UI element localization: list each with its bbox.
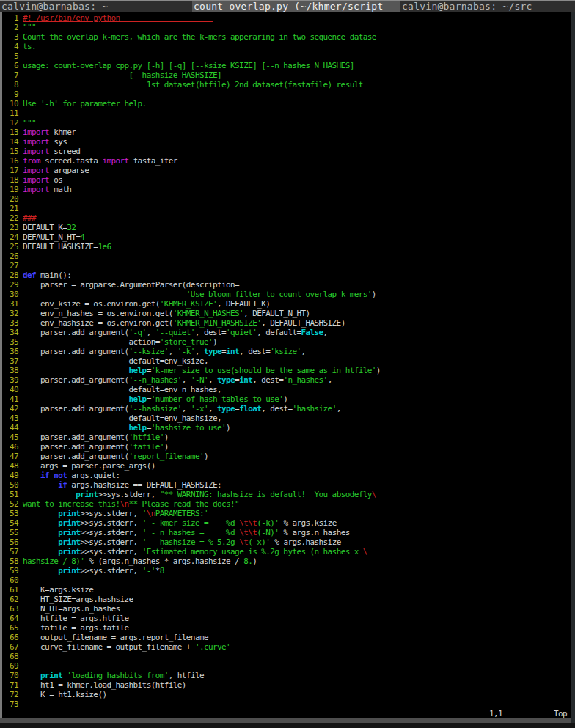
code-line: 35 action='store_true') [2,337,571,347]
line-number: 9 [5,89,18,99]
code-token [23,471,40,480]
code-token: 'htfile' [129,433,164,442]
code-token: , dest= [239,347,270,356]
code-line: 14import sys [2,137,571,147]
code-token: env_n_hashes = os.environ.get( [23,309,173,318]
code-token: 'loading hashbits from' [67,671,169,680]
code-token: ) [372,290,376,299]
code-token: % args.hashsize [270,537,340,547]
code-token: parser.add_argument( [23,452,129,461]
code-token: 1st_dataset(htfile) 2nd_dataset(fastafil… [23,80,363,89]
code-line: 68 [2,652,571,661]
line-number: 47 [5,452,18,461]
code-token: print [76,490,98,499]
code-line: 3Count the overlap k-mers, which are the… [2,32,571,42]
code-token: parser.add_argument( [23,328,129,337]
code-token: ) [283,394,288,404]
code-token: import [23,128,49,137]
code-token: from [23,156,40,166]
code-line: 56 print>>sys.stderr, ' - hashsize = %-5… [2,537,571,547]
tab-1-active[interactable]: count-overlap.py (~/khmer/script [192,1,400,12]
code-line: 54 print>>sys.stderr, ' - kmer size = %d… [2,518,571,528]
code-line: 61 K=args.ksize [2,585,571,595]
scroll-position-indicator: Top [554,709,567,718]
line-number: 32 [5,309,18,318]
code-token: ) [204,452,208,461]
code-token: sys [49,137,67,147]
tab-bar: calvin@barnabas: ~count-overlap.py (~/kh… [0,0,575,12]
code-token: , [208,404,217,413]
code-token: ts. [23,42,36,51]
code-line: 6usage: count-overlap_cpp.py [-h] [-q] [… [2,61,571,70]
code-token: , [301,347,305,356]
code-token [23,490,76,499]
code-token: int [226,347,239,356]
code-line: 69 [2,661,571,671]
line-number: 29 [5,280,18,290]
code-line: 21 [2,204,571,213]
code-token: 8 [160,566,164,576]
line-number: 36 [5,347,18,356]
code-token [23,366,129,375]
code-line: 38 help='k-mer size to use(should be the… [2,366,571,375]
code-token: '-x' [191,404,208,413]
code-token: , DEFAULT_K) [217,299,270,309]
vim-editor[interactable]: 1#! /usr/bin/env python 2"""3Count the o… [2,12,571,718]
code-token: fafile = args.fafile [23,623,129,633]
code-line: 29 parser = argparse.ArgumentParser(desc… [2,280,571,290]
code-token: >>sys.stderr, [80,528,142,537]
code-token [23,566,58,576]
code-token: htfile = args.htfile [23,614,129,623]
code-token: import [23,147,49,156]
window-scrollbar-right[interactable] [571,12,575,728]
code-token: K=args.ksize [23,585,93,595]
code-token: def [23,271,36,280]
code-token [23,480,58,490]
code-token: env_ksize = os.environ.get( [23,299,160,309]
code-token: env_hashsize = os.environ.get( [23,318,173,328]
code-line: 46 parser.add_argument('fafile') [2,442,571,452]
line-number: 67 [5,642,18,652]
line-number: 18 [5,175,18,185]
code-token: parser.add_argument( [23,404,129,413]
code-token: Use '-h' for parameter help. [23,99,147,109]
line-number: 28 [5,271,18,280]
code-line: 71 ht1 = khmer.load_hashbits(htfile) [2,680,571,690]
code-line: 65 fafile = args.fafile [2,623,571,633]
code-token: '.curve' [195,642,230,652]
line-number: 39 [5,375,18,385]
code-line: 49 if not args.quiet: [2,471,571,480]
code-token: parser.add_argument( [23,347,129,356]
code-token: ) [376,366,381,375]
code-token: if [58,480,67,490]
code-token: 'KHMER_N_HASHES' [173,309,243,318]
code-token: N_HT=args.n_hashes [23,604,120,614]
code-token: help [129,394,147,404]
code-token [23,537,58,547]
code-token: print [58,518,80,528]
code-line: 5 [2,51,571,61]
code-token: math [49,185,71,194]
code-line: 15import screed [2,147,571,156]
code-line: 24DEFAULT_N_HT=4 [2,232,571,242]
tab-2[interactable]: calvin@barnabas: ~/src [400,1,575,12]
code-token: 'Use bloom filter to count overlap k-mer… [186,290,372,299]
code-token: >>sys.stderr, [80,537,142,547]
code-token: K = ht1.ksize() [23,690,106,699]
code-line: 34 parser.add_argument('-q', '--quiet', … [2,328,571,337]
code-token: 'hashsize to use' [151,423,226,433]
code-token: \ [363,547,367,556]
code-line: 64 htfile = args.htfile [2,614,571,623]
code-token: ) [164,442,169,452]
line-number: 13 [5,128,18,137]
code-token: parser.add_argument( [23,442,129,452]
code-line: 43 default=env_hashsize, [2,413,571,423]
tab-0[interactable]: calvin@barnabas: ~ [0,1,192,12]
code-line: 2""" [2,23,571,32]
code-token [23,509,58,518]
line-number: 1 [5,13,18,23]
code-token: '--n_hashes' [129,375,182,385]
code-token: % args.ksize [279,518,336,528]
code-token: usage: count-overlap_cpp.py [-h] [-q] [-… [23,61,354,70]
line-number: 19 [5,185,18,194]
